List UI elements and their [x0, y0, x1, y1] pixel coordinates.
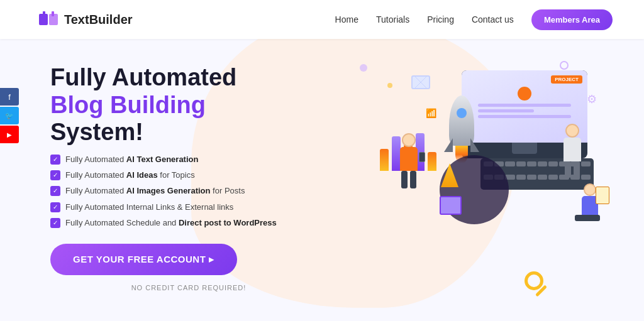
deco-circle-3	[560, 61, 569, 70]
rocket-fin-left	[444, 138, 453, 152]
key-16	[538, 175, 547, 180]
twitter-icon: 🐦	[5, 112, 14, 120]
key-4	[516, 161, 526, 166]
svg-rect-3	[52, 11, 54, 16]
social-sidebar: f 🐦 ▶	[0, 88, 19, 143]
person-1	[400, 133, 418, 188]
hero-title: Fully Automated Blog Building System!	[50, 64, 327, 146]
facebook-icon: f	[8, 92, 11, 102]
monitor-content-lines	[478, 104, 570, 121]
rocket-illustration	[443, 95, 480, 165]
feature-3: Fully Automated AI Images Generation for…	[50, 185, 327, 197]
no-credit-card-text: NO CREDIT CARD REQUIRED!	[50, 284, 327, 291]
bar-1	[380, 149, 389, 171]
key-15	[527, 175, 536, 180]
bar-5	[428, 152, 436, 171]
nav-pricing[interactable]: Pricing	[427, 14, 454, 24]
person-2	[564, 124, 581, 178]
key-7	[548, 161, 558, 166]
triangle-icon	[441, 163, 458, 190]
rocket-fin-right	[470, 138, 479, 152]
hero-title-purple: Blog Building	[50, 92, 206, 118]
rocket-window	[457, 108, 467, 118]
feature-2: Fully Automated AI Ideas for Topics	[50, 170, 327, 181]
magnifying-glass-icon	[525, 271, 556, 303]
monitor-avatar	[518, 87, 531, 101]
bar-2	[392, 136, 401, 171]
feature-4: Fully Automated Internal Links & Externa…	[50, 202, 327, 213]
hero-section: Fully Automated Blog Building System! Fu…	[0, 39, 644, 321]
svg-rect-2	[43, 11, 45, 16]
monitor-line-2	[478, 109, 533, 112]
hero-illustration: ⚙ ⚙ 📶 📶 @ PROJECT	[327, 58, 606, 321]
key-20	[581, 175, 591, 180]
members-area-button[interactable]: Members Area	[531, 9, 613, 30]
key-5	[527, 161, 536, 166]
logo-icon	[38, 9, 59, 30]
box-decoration	[440, 196, 462, 215]
nav-tutorials[interactable]: Tutorials	[376, 14, 409, 24]
feature-5: Fully Automated Schedule and Direct post…	[50, 217, 327, 229]
youtube-button[interactable]: ▶	[0, 126, 19, 143]
deco-circle-2	[387, 83, 392, 88]
youtube-icon: ▶	[7, 131, 12, 138]
feature-1: Fully Automated AI Text Generation	[50, 154, 327, 165]
hero-content: Fully Automated Blog Building System! Fu…	[50, 58, 327, 291]
key-17	[548, 175, 558, 180]
features-list: Fully Automated AI Text Generation Fully…	[50, 154, 327, 229]
facebook-button[interactable]: f	[0, 88, 19, 106]
deco-circle-1	[360, 64, 367, 72]
logo[interactable]: TextBuilder	[38, 9, 133, 30]
envelope-icon	[411, 75, 430, 89]
person-3	[579, 183, 600, 221]
cta-button[interactable]: GET YOUR FREE ACCOUNT ▸	[50, 244, 237, 275]
key-10	[581, 161, 591, 166]
nav-contact[interactable]: Contact us	[472, 14, 514, 24]
main-nav: Home Tutorials Pricing Contact us Member…	[335, 9, 613, 30]
project-label: PROJECT	[551, 75, 582, 84]
header: TextBuilder Home Tutorials Pricing Conta…	[0, 0, 644, 39]
key-6	[538, 161, 547, 166]
nav-home[interactable]: Home	[335, 14, 358, 24]
key-14	[516, 175, 526, 180]
wifi-icon-2: 📶	[426, 108, 436, 118]
key-3	[505, 161, 514, 166]
gear-icon-2: ⚙	[587, 92, 597, 106]
rocket-body	[449, 95, 474, 146]
monitor-line-1	[478, 104, 570, 107]
monitor-stand	[512, 143, 537, 154]
twitter-button[interactable]: 🐦	[0, 107, 19, 124]
monitor-line-3	[478, 115, 570, 118]
